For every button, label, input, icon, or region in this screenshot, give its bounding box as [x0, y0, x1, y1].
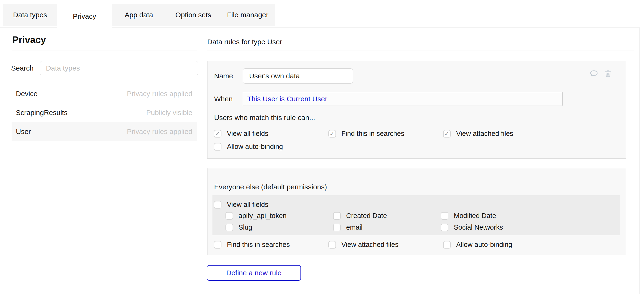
privacy-status: Publicly visible — [146, 109, 192, 117]
checkbox-label: Allow auto-binding — [227, 143, 283, 151]
tab-label: App data — [125, 11, 153, 19]
checkbox-label: View attached files — [342, 241, 398, 248]
checkbox-view-attached-files[interactable]: View attached files — [443, 130, 513, 138]
checkbox-label: Find this in searches — [227, 241, 290, 248]
checkbox-label: Created Date — [346, 212, 387, 220]
data-type-name: ScrapingResults — [16, 109, 68, 117]
search-label: Search — [11, 64, 34, 72]
checkbox-box[interactable] — [214, 241, 222, 248]
comment-icon[interactable] — [589, 69, 598, 78]
name-field-row: Name — [214, 68, 353, 84]
checkbox-box[interactable] — [214, 143, 222, 151]
content-right-border — [640, 28, 640, 294]
define-new-rule-button[interactable]: Define a new rule — [207, 265, 301, 281]
when-condition-box[interactable]: This User is Current User — [243, 92, 562, 106]
tab-label: Option sets — [175, 11, 211, 19]
search-input[interactable] — [40, 61, 198, 75]
search-row: Search — [11, 61, 198, 75]
checkbox-box[interactable] — [441, 212, 448, 220]
checkbox-box[interactable] — [214, 201, 222, 208]
tab-bar: Data types Privacy App data Option sets … — [3, 4, 275, 29]
define-new-rule-label: Define a new rule — [226, 269, 281, 277]
checkbox-allow-auto-binding-default[interactable]: Allow auto-binding — [443, 241, 512, 248]
section-title: Data rules for type User — [207, 38, 282, 46]
checkbox-box[interactable] — [328, 241, 336, 248]
everyone-else-card: Everyone else (default permissions) View… — [207, 168, 626, 255]
checkbox-view-all-fields-default[interactable]: View all fields — [214, 201, 268, 208]
checkbox-label: View all fields — [227, 130, 268, 138]
list-item-device[interactable]: Device Privacy rules applied — [12, 84, 197, 103]
trash-icon[interactable] — [604, 69, 612, 78]
when-label: When — [214, 95, 243, 103]
checkbox-view-all-fields[interactable]: View all fields — [214, 130, 268, 138]
checkbox-box[interactable] — [443, 130, 451, 138]
tab-label: Privacy — [73, 12, 96, 20]
sidebar-divider — [12, 50, 197, 51]
checkbox-find-in-searches[interactable]: Find this in searches — [328, 130, 404, 138]
tab-label: File manager — [227, 11, 268, 19]
section-divider — [207, 50, 634, 51]
data-type-list: Device Privacy rules applied ScrapingRes… — [12, 84, 197, 141]
tab-data-types[interactable]: Data types — [3, 4, 57, 26]
checkbox-label: email — [346, 223, 362, 231]
checkbox-label: Slug — [238, 223, 252, 231]
name-label: Name — [214, 72, 243, 80]
checkbox-view-attached-files-default[interactable]: View attached files — [328, 241, 398, 248]
list-item-scrapingresults[interactable]: ScrapingResults Publicly visible — [12, 103, 197, 122]
checkbox-label: Find this in searches — [342, 130, 404, 138]
list-item-user[interactable]: User Privacy rules applied — [12, 122, 197, 141]
checkbox-field-apify-api-token[interactable]: apify_api_token — [226, 212, 286, 220]
fields-permission-box: View all fields apify_api_token Created … — [212, 195, 620, 235]
rule-card-actions — [589, 69, 612, 78]
checkbox-find-in-searches-default[interactable]: Find this in searches — [214, 241, 290, 248]
when-field-row: When This User is Current User — [214, 92, 562, 106]
checkbox-box[interactable] — [226, 224, 233, 231]
everyone-card-title: Everyone else (default permissions) — [214, 183, 327, 191]
checkbox-label: View attached files — [456, 130, 513, 138]
checkbox-box[interactable] — [333, 224, 341, 231]
privacy-status: Privacy rules applied — [127, 128, 192, 136]
tab-file-manager[interactable]: File manager — [220, 4, 275, 26]
data-type-name: Device — [16, 90, 38, 98]
checkbox-box[interactable] — [441, 224, 448, 231]
rule-name-input[interactable] — [243, 68, 353, 84]
checkbox-field-created-date[interactable]: Created Date — [333, 212, 387, 220]
checkbox-field-social-networks[interactable]: Social Networks — [441, 223, 503, 231]
tab-app-data[interactable]: App data — [112, 4, 166, 26]
rule-subtitle: Users who match this rule can... — [214, 114, 315, 122]
checkbox-box[interactable] — [333, 212, 341, 220]
checkbox-field-modified-date[interactable]: Modified Date — [441, 212, 496, 220]
privacy-settings-screen: Data types Privacy App data Option sets … — [0, 0, 644, 294]
checkbox-field-email[interactable]: email — [333, 223, 362, 231]
checkbox-label: apify_api_token — [238, 212, 286, 220]
checkbox-label: Allow auto-binding — [456, 241, 512, 248]
when-condition-text: This User is Current User — [247, 95, 327, 103]
rule-card: Name When This User is Current User User… — [207, 61, 626, 159]
checkbox-allow-auto-binding[interactable]: Allow auto-binding — [214, 143, 283, 151]
checkbox-box[interactable] — [443, 241, 451, 248]
checkbox-label: Modified Date — [454, 212, 496, 220]
data-type-name: User — [16, 128, 31, 136]
checkbox-box[interactable] — [226, 212, 233, 220]
tab-option-sets[interactable]: Option sets — [166, 4, 220, 26]
checkbox-label: Social Networks — [454, 223, 503, 231]
checkbox-box[interactable] — [328, 130, 336, 138]
checkbox-box[interactable] — [214, 130, 222, 138]
checkbox-field-slug[interactable]: Slug — [226, 223, 252, 231]
tab-label: Data types — [13, 11, 47, 19]
checkbox-label: View all fields — [227, 201, 268, 208]
tab-privacy[interactable]: Privacy — [57, 4, 112, 29]
privacy-status: Privacy rules applied — [127, 90, 192, 98]
page-title: Privacy — [12, 35, 46, 45]
